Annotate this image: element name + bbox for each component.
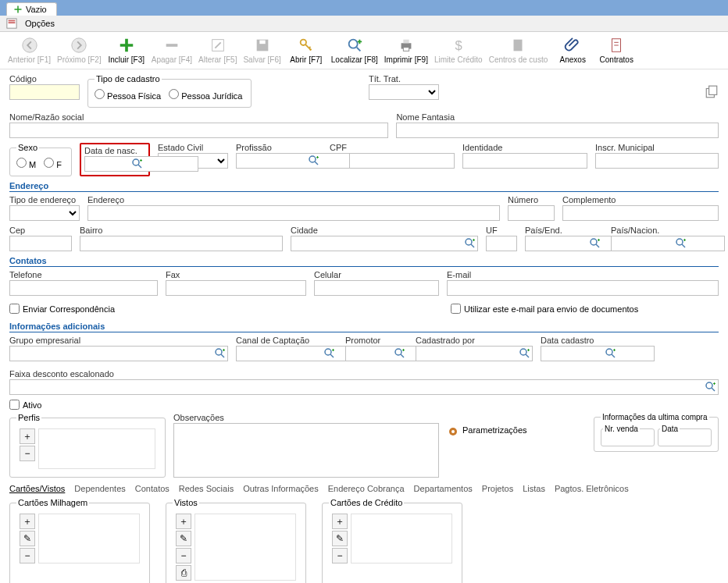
subtab-redes[interactable]: Redes Sociais [179, 484, 234, 493]
edit-visto-button[interactable]: ✎ [176, 531, 191, 546]
uf-input[interactable] [486, 236, 517, 251]
adicionais-section-title: Informações adicionais [9, 322, 719, 332]
localizar-button[interactable]: Localizar [F8] [331, 37, 378, 64]
tab-title: Vazio [26, 5, 47, 14]
search-icon [346, 37, 363, 54]
window-tab[interactable]: Vazio [6, 2, 57, 16]
tipo-endereco-select[interactable] [9, 205, 80, 221]
subtab-cartoes[interactable]: Cartões/Vistos [9, 484, 65, 493]
remove-perfil-button[interactable]: − [20, 446, 35, 461]
parametrizacoes-link[interactable]: Parametrizações [462, 425, 527, 435]
fax-input[interactable] [166, 280, 306, 296]
subtab-end-cobranca[interactable]: Endereço Cobrança [328, 484, 405, 493]
pais-nac-input[interactable] [611, 236, 725, 251]
bairro-input[interactable] [80, 236, 283, 251]
data-nasc-label: Data de nasc. [84, 146, 145, 155]
subtab-departamentos[interactable]: Departamentos [414, 484, 473, 493]
abrir-button[interactable]: Abrir [F7] [287, 37, 325, 64]
remove-milhagem-button[interactable]: − [20, 548, 35, 563]
grupo-empresarial-input[interactable] [9, 346, 228, 361]
imprimir-button[interactable]: Imprimir [F9] [384, 37, 428, 64]
data-cadastro-input[interactable] [541, 346, 655, 361]
subtab-dependentes[interactable]: Dependentes [74, 484, 125, 493]
svg-point-33 [451, 430, 455, 433]
subtab-contatos[interactable]: Contatos [135, 484, 170, 493]
salvar-button: Salvar [F6] [243, 37, 280, 64]
alterar-button: Alterar [F5] [198, 37, 237, 64]
building-icon [509, 37, 526, 54]
enviar-correspondencia-checkbox[interactable]: Enviar Correspondência [9, 304, 115, 314]
arrow-left-icon [21, 37, 38, 54]
centros-custo-button: Centros de custo [489, 37, 548, 64]
estado-civil-label: Estado Civil [158, 143, 228, 152]
svg-point-10 [348, 40, 357, 48]
subtab-listas[interactable]: Listas [523, 484, 545, 493]
dollar-icon: $ [450, 37, 467, 54]
limite-credito-button: $ Limite Crédito [434, 37, 483, 64]
telefone-input[interactable] [9, 280, 158, 296]
pessoa-juridica-radio[interactable]: Pessoa Jurídica [169, 89, 242, 101]
nome-input[interactable] [9, 123, 388, 138]
add-milhagem-button[interactable]: ＋ [20, 514, 35, 529]
sexo-m-radio[interactable]: M [16, 158, 36, 169]
incluir-button[interactable]: Incluir [F3] [108, 37, 145, 64]
proximo-button: Próximo [F2] [57, 37, 102, 64]
add-credito-button[interactable]: ＋ [332, 514, 348, 529]
remove-credito-button[interactable]: − [332, 548, 348, 563]
add-visto-button[interactable]: ＋ [176, 514, 191, 529]
copy-icon[interactable] [705, 85, 719, 99]
svg-rect-1 [9, 20, 16, 22]
key-icon [298, 37, 315, 54]
anexos-button[interactable]: Anexos [554, 37, 591, 64]
email-input[interactable] [447, 280, 719, 296]
print-visto-button[interactable]: ⎙ [176, 565, 191, 581]
svg-rect-12 [403, 40, 409, 44]
add-perfil-button[interactable]: ＋ [20, 428, 35, 444]
identidade-label: Identidade [462, 143, 587, 152]
complemento-input[interactable] [562, 205, 719, 221]
edit-credito-button[interactable]: ✎ [332, 531, 348, 546]
edit-icon [209, 37, 227, 54]
codigo-input[interactable] [9, 84, 80, 100]
menu-opcoes[interactable]: Opções [20, 17, 59, 30]
svg-point-4 [72, 38, 86, 52]
observacoes-textarea[interactable] [173, 423, 439, 478]
data-nasc-input[interactable] [84, 156, 198, 172]
minus-icon [163, 37, 180, 54]
cidade-input[interactable] [291, 236, 478, 251]
faixa-desconto-input[interactable] [9, 379, 719, 395]
menubar: Opções [0, 16, 728, 32]
ativo-checkbox[interactable]: Ativo [9, 400, 719, 410]
tit-trat-select[interactable] [369, 84, 439, 100]
numero-input[interactable] [508, 205, 555, 221]
profissao-input[interactable] [236, 153, 350, 169]
subtab-pagtos[interactable]: Pagtos. Eletrônicos [555, 484, 629, 493]
endereco-input[interactable] [87, 205, 500, 221]
data-nasc-highlight: Data de nasc. [80, 143, 150, 176]
svg-rect-13 [403, 48, 409, 52]
cep-input[interactable] [9, 236, 72, 251]
contratos-button[interactable]: Contratos [598, 37, 635, 64]
edit-milhagem-button[interactable]: ✎ [20, 531, 35, 546]
menu-icon [6, 18, 17, 29]
sexo-f-radio[interactable]: F [44, 158, 62, 169]
cadastrado-por-input[interactable] [416, 346, 533, 361]
cpf-label: CPF [330, 143, 455, 152]
celular-input[interactable] [314, 280, 439, 296]
remove-visto-button[interactable]: − [176, 548, 191, 563]
svg-rect-8 [259, 41, 265, 44]
fantasia-input[interactable] [396, 123, 719, 138]
subtab-outras[interactable]: Outras Informações [243, 484, 319, 493]
subtab-projetos[interactable]: Projetos [482, 484, 513, 493]
nome-label: Nome/Razão social [9, 112, 388, 122]
usar-email-checkbox[interactable]: Utilizar este e-mail para envio de docum… [451, 304, 638, 314]
canal-captacao-input[interactable] [236, 346, 350, 361]
pessoa-fisica-radio[interactable]: Pessoa Física [95, 89, 161, 101]
contatos-section-title: Contatos [9, 256, 719, 267]
identidade-input[interactable] [462, 153, 587, 169]
vistos-panel: Vistos ＋ ✎ − ⎙ [166, 498, 306, 583]
inscr-municipal-input[interactable] [595, 153, 719, 169]
titlebar: Vazio [0, 0, 728, 16]
plus-icon [13, 5, 23, 14]
gear-icon [447, 425, 459, 438]
